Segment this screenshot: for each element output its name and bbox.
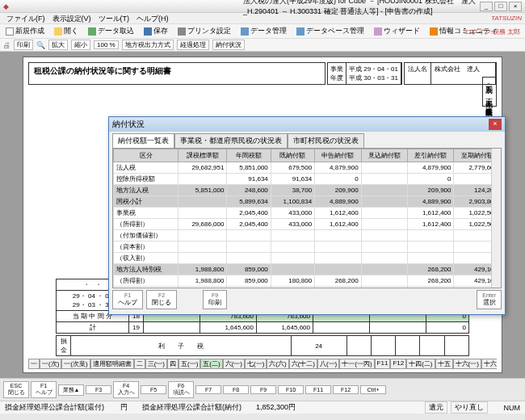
- zoom-in[interactable]: 拡大: [48, 40, 68, 50]
- brand-logo: TATSUZIN: [491, 15, 522, 22]
- progress-btn[interactable]: 経過処理: [177, 40, 209, 50]
- sheet-tab[interactable]: 三(一): [145, 359, 167, 369]
- tab-biz-pref[interactable]: 事業税・都道府県民税の状況表: [174, 133, 288, 148]
- minimize-button[interactable]: _: [480, 2, 493, 11]
- status-sub: 遺元: [425, 401, 447, 414]
- sheet-tab[interactable]: 十四(二): [406, 359, 435, 369]
- window-title: 法人税の達人(平成29年度版) for Cube － [HOUJIN0001 株…: [243, 0, 480, 17]
- fn-key[interactable]: F12: [333, 385, 359, 394]
- sheet-tab[interactable]: 十五: [435, 359, 453, 369]
- dialog-title: 納付状況: [112, 119, 145, 130]
- status-sub2: やり直し: [451, 401, 488, 414]
- login-user: ログイン:税務 太郎: [465, 27, 520, 36]
- menu-tools[interactable]: ツール(T): [95, 13, 133, 23]
- sheet-tab[interactable]: 二: [134, 359, 145, 369]
- dialog-close-button[interactable]: ×: [489, 119, 502, 130]
- status-num: NUM: [504, 404, 521, 412]
- sheet-tab[interactable]: 六(一): [223, 359, 245, 369]
- sheet-tab[interactable]: 適用額明細書: [90, 359, 134, 369]
- save-button[interactable]: 保存: [141, 25, 170, 37]
- menu-help[interactable]: ヘルプ(H): [133, 13, 172, 23]
- payment-grid[interactable]: 区分課税標準額年間税額既納付額申告納付額見込納付額差引納付額至期納付額法人税29…: [112, 148, 502, 288]
- wizard-button[interactable]: ウィザード: [372, 25, 422, 37]
- year-range: 平成 29・04・01平成 30・03・31: [346, 63, 401, 84]
- sheet-tab[interactable]: 十一(一丙): [339, 359, 374, 369]
- tab-city[interactable]: 市町村民税の状況表: [288, 133, 364, 148]
- fn-key[interactable]: F6項説へ: [168, 381, 194, 398]
- data-mgmt-button[interactable]: データ管理: [238, 25, 289, 37]
- toolbar: 新規作成 開く データ取込 保存 プリンタ設定 データ管理 データベース管理 ウ…: [0, 24, 525, 39]
- tab-tax-list[interactable]: 納付税額一覧表: [112, 133, 174, 148]
- fn-key[interactable]: ESC閉じる: [3, 381, 29, 398]
- zoom-out[interactable]: 縮小: [71, 40, 90, 50]
- fn-key[interactable]: F11: [305, 385, 331, 394]
- import-button[interactable]: データ取込: [86, 25, 136, 37]
- status-mid: 円 損金経理処理公課合計額(納付) 1,852,300円: [120, 402, 296, 413]
- sheet-tab[interactable]: 一: [28, 359, 40, 369]
- close-dialog-button[interactable]: F2閉じる: [146, 290, 177, 309]
- year-label: 事業 年度: [328, 63, 346, 84]
- sheet-tab[interactable]: 八(一): [317, 359, 339, 369]
- sheet-tabs: 一一(次)一(次葉)適用額明細書二三(一)四五(一)五(二)六(一)七(一)六(…: [28, 359, 497, 369]
- sheet-tab[interactable]: 十六(二): [481, 359, 497, 369]
- sheet-title: 租税公課の納付状況等に関する明細書: [28, 62, 326, 85]
- menu-view[interactable]: 表示設定(V): [49, 13, 94, 23]
- toolbar2: 🖨 印刷 🔍 拡大 縮小 100 % 地方税出力方式 経過処理 納付状況: [0, 39, 525, 52]
- close-button[interactable]: ×: [509, 2, 522, 11]
- sheet-tab[interactable]: 十六(一): [453, 359, 481, 369]
- app-icon: ◆: [3, 2, 240, 10]
- fn-key[interactable]: F5: [141, 385, 166, 394]
- print-button[interactable]: 印刷: [14, 40, 33, 50]
- sheet-tab[interactable]: 五(一): [178, 359, 200, 369]
- scrollbar[interactable]: [491, 149, 501, 288]
- zoom-level[interactable]: 100 %: [94, 40, 119, 49]
- help-button[interactable]: F1ヘルプ: [112, 290, 143, 309]
- fn-key[interactable]: 業務▲: [58, 384, 84, 396]
- sheet-tab[interactable]: 一(次葉): [61, 359, 90, 369]
- sheet-tab[interactable]: 六(六): [267, 359, 288, 369]
- fn-key[interactable]: F3: [86, 385, 111, 394]
- local-tax-btn[interactable]: 地方税出力方式: [122, 40, 174, 50]
- fn-key[interactable]: Ctrl+: [360, 385, 386, 394]
- sheet-tab[interactable]: F12: [390, 359, 406, 369]
- function-key-bar: ESC閉じるF1ヘルプ業務▲F3F4入力へF5F6項説へF7F8F9F10F11…: [0, 378, 525, 401]
- fn-key[interactable]: F10: [278, 385, 304, 394]
- form-index-tab: 別表五（二） 平二十九・四・一 以後終了事業年度分: [482, 77, 497, 107]
- payment-status-dialog: 納付状況 × 納付税額一覧表 事業税・都道府県民税の状況表 市町村民税の状況表 …: [108, 116, 506, 315]
- sheet-tab[interactable]: F11: [375, 359, 391, 369]
- fn-key[interactable]: F9: [250, 385, 276, 394]
- fn-key[interactable]: F1ヘルプ: [31, 381, 57, 398]
- enter-button[interactable]: Enter選択: [477, 290, 502, 309]
- maximize-button[interactable]: □: [494, 2, 507, 11]
- menu-file[interactable]: ファイル(F): [3, 13, 48, 23]
- sheet-tab[interactable]: 七(一): [245, 359, 267, 369]
- corp-label: 法人名: [405, 63, 431, 84]
- sheet-tab[interactable]: 四: [167, 359, 178, 369]
- sheet-tab[interactable]: 一(次): [40, 359, 61, 369]
- fn-key[interactable]: F8: [223, 385, 249, 394]
- sheet-tab[interactable]: 五(二): [200, 359, 222, 369]
- status-left: 損金経理処理公課合計額(還付): [5, 402, 104, 413]
- fn-key[interactable]: F7: [195, 385, 221, 394]
- open-button[interactable]: 開く: [52, 25, 81, 37]
- sheet-tab[interactable]: 六(十二): [289, 359, 317, 369]
- status-bar: 損金経理処理公課合計額(還付) 円 損金経理処理公課合計額(納付) 1,852,…: [0, 401, 525, 414]
- print-dialog-button[interactable]: F9印刷: [203, 290, 227, 309]
- new-button[interactable]: 新規作成: [3, 25, 47, 37]
- fn-key[interactable]: F4入力へ: [113, 381, 139, 398]
- payment-status-btn[interactable]: 納付状況: [212, 40, 245, 50]
- db-mgmt-button[interactable]: データベース管理: [294, 25, 367, 37]
- printer-button[interactable]: プリンタ設定: [175, 25, 233, 37]
